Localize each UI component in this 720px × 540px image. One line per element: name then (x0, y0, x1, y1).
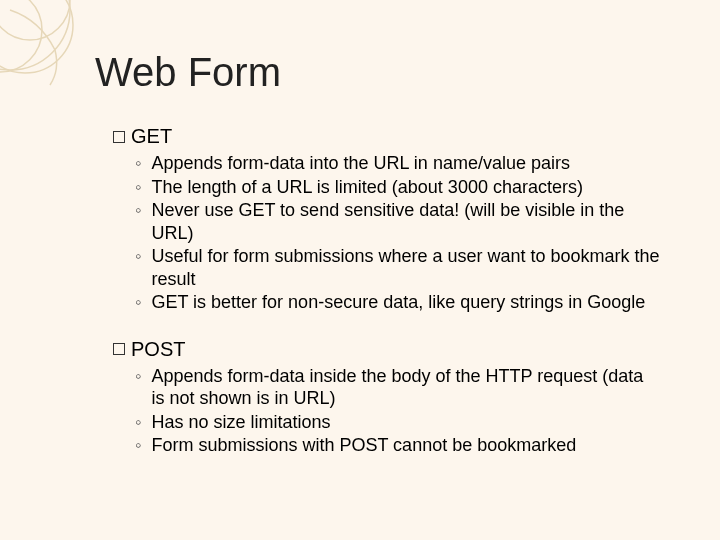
section-post: POST ◦ Appends form-data inside the body… (95, 338, 660, 457)
section-label: POST (131, 338, 185, 361)
list-item: ◦ Appends form-data inside the body of t… (135, 365, 660, 410)
bullet-icon: ◦ (135, 365, 141, 388)
list-item: ◦ Useful for form submissions where a us… (135, 245, 660, 290)
svg-point-2 (0, 0, 42, 72)
sub-list: ◦ Appends form-data into the URL in name… (135, 152, 660, 314)
slide-content: Web Form GET ◦ Appends form-data into th… (95, 50, 660, 481)
list-item: ◦ Form submissions with POST cannot be b… (135, 434, 660, 457)
list-item: ◦ Never use GET to send sensitive data! … (135, 199, 660, 244)
section-label: GET (131, 125, 172, 148)
bullet-icon: ◦ (135, 152, 141, 175)
checkbox-icon (113, 131, 125, 143)
bullet-icon: ◦ (135, 434, 141, 457)
bullet-icon: ◦ (135, 199, 141, 222)
section-header: GET (113, 125, 660, 148)
list-item: ◦ Appends form-data into the URL in name… (135, 152, 660, 175)
checkbox-icon (113, 343, 125, 355)
list-item: ◦ Has no size limitations (135, 411, 660, 434)
svg-point-0 (0, 0, 70, 70)
page-title: Web Form (95, 50, 660, 95)
list-item: ◦ The length of a URL is limited (about … (135, 176, 660, 199)
bullet-icon: ◦ (135, 411, 141, 434)
svg-point-1 (0, 0, 73, 73)
sub-list: ◦ Appends form-data inside the body of t… (135, 365, 660, 457)
section-get: GET ◦ Appends form-data into the URL in … (95, 125, 660, 314)
bullet-icon: ◦ (135, 245, 141, 268)
svg-point-3 (0, 0, 70, 40)
list-item: ◦ GET is better for non-secure data, lik… (135, 291, 660, 314)
bullet-icon: ◦ (135, 176, 141, 199)
section-header: POST (113, 338, 660, 361)
bullet-icon: ◦ (135, 291, 141, 314)
